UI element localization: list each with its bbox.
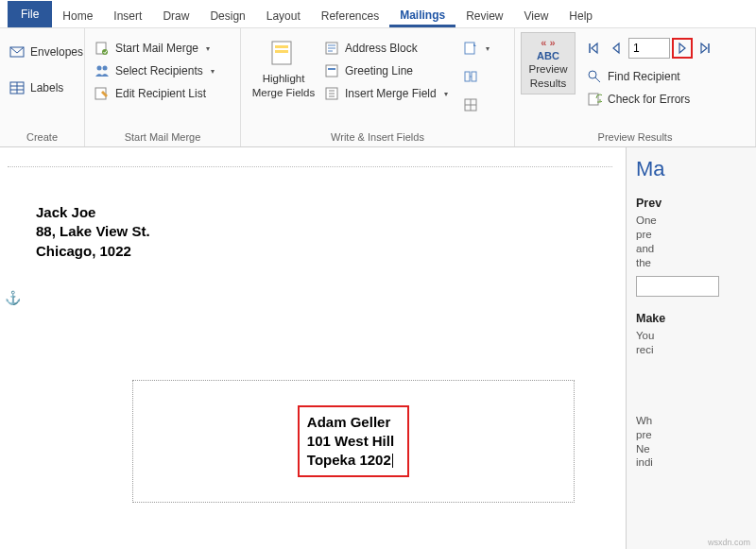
tab-references[interactable]: References bbox=[311, 4, 389, 27]
update-labels-icon bbox=[463, 97, 478, 112]
anchor-icon: ⚓ bbox=[5, 290, 21, 305]
ribbon-tabs: File Home Insert Draw Design Layout Refe… bbox=[0, 0, 756, 28]
tab-design[interactable]: Design bbox=[199, 4, 255, 27]
find-recipient-button[interactable]: Find Recipient bbox=[583, 66, 715, 87]
pane-text: You reci bbox=[636, 329, 748, 357]
record-navigation bbox=[583, 38, 715, 59]
last-record-button[interactable] bbox=[695, 38, 715, 59]
svg-line-31 bbox=[595, 77, 600, 82]
svg-rect-23 bbox=[465, 43, 474, 54]
svg-point-8 bbox=[103, 66, 108, 71]
envelopes-button[interactable]: Envelopes bbox=[6, 42, 87, 62]
labels-icon bbox=[9, 80, 25, 95]
pane-button[interactable] bbox=[636, 276, 719, 297]
prev-record-button[interactable] bbox=[606, 38, 627, 59]
edit-list-icon bbox=[94, 86, 110, 101]
sel-label: Select Recipients bbox=[115, 64, 203, 77]
insert-merge-field-button[interactable]: Insert Merge Field ▾ bbox=[320, 83, 452, 104]
group-create: Envelopes Labels Create bbox=[0, 28, 85, 146]
pane-title: Ma bbox=[636, 157, 748, 181]
chevron-down-icon: ▾ bbox=[206, 44, 210, 53]
ribbon: Envelopes Labels Create Start Mail M bbox=[0, 28, 756, 147]
pane-sub-make: Make bbox=[636, 312, 748, 325]
preview-icon: « » bbox=[541, 37, 555, 48]
pane-sub-preview: Prev bbox=[636, 197, 748, 210]
check-label: Check for Errors bbox=[608, 93, 690, 106]
preview-line2: Results bbox=[530, 77, 566, 90]
chevron-down-icon: ▾ bbox=[444, 90, 448, 98]
update-labels-button[interactable] bbox=[459, 94, 493, 115]
record-number-input[interactable] bbox=[628, 38, 670, 59]
select-recipients-button[interactable]: Select Recipients ▾ bbox=[91, 60, 218, 81]
rules-button[interactable]: ▾ bbox=[459, 38, 493, 59]
recipients-icon bbox=[94, 63, 110, 78]
tab-help[interactable]: Help bbox=[558, 4, 603, 27]
greet-label: Greeting Line bbox=[345, 64, 413, 77]
first-record-button[interactable] bbox=[583, 38, 604, 59]
check-icon bbox=[587, 92, 602, 107]
address-block-icon bbox=[324, 41, 339, 56]
group-create-label: Create bbox=[6, 129, 78, 145]
envelope: Jack Joe 88, Lake View St. Chicago, 1022… bbox=[8, 166, 612, 478]
return-address[interactable]: Jack Joe 88, Lake View St. Chicago, 1022 bbox=[36, 203, 584, 261]
chevron-down-icon: ▾ bbox=[486, 44, 490, 53]
tab-home[interactable]: Home bbox=[52, 4, 103, 27]
svg-rect-24 bbox=[465, 72, 470, 81]
search-icon bbox=[587, 69, 602, 84]
merge-name: Adam Geller bbox=[307, 413, 394, 432]
tab-layout[interactable]: Layout bbox=[256, 4, 311, 27]
svg-point-30 bbox=[589, 71, 596, 78]
mail-merge-task-pane: Ma Prev One pre and the Make You reci Wh… bbox=[626, 147, 756, 549]
recipient-address-highlight: Adam Geller 101 West Hill Topeka 1202 bbox=[298, 405, 409, 478]
addr-label: Address Block bbox=[345, 42, 418, 55]
greeting-icon bbox=[324, 63, 339, 78]
tab-draw[interactable]: Draw bbox=[152, 4, 199, 27]
group-start-label: Start Mail Merge bbox=[91, 129, 234, 145]
return-city: Chicago, 1022 bbox=[36, 242, 584, 261]
preview-line1: Preview bbox=[529, 63, 568, 76]
pane-text: One pre and the bbox=[636, 214, 748, 270]
insert-field-icon bbox=[324, 86, 339, 101]
preview-results-button[interactable]: « » ABC Preview Results bbox=[521, 32, 576, 94]
match-fields-button[interactable] bbox=[459, 66, 493, 87]
svg-rect-25 bbox=[472, 72, 476, 81]
tab-mailings[interactable]: Mailings bbox=[389, 3, 455, 27]
return-name: Jack Joe bbox=[36, 203, 584, 222]
tab-insert[interactable]: Insert bbox=[103, 4, 152, 27]
mail-merge-icon bbox=[94, 41, 110, 56]
imf-label: Insert Merge Field bbox=[345, 87, 437, 100]
highlight-line2: Merge Fields bbox=[252, 87, 315, 99]
tab-review[interactable]: Review bbox=[455, 4, 513, 27]
tab-view[interactable]: View bbox=[514, 4, 559, 27]
svg-rect-11 bbox=[275, 45, 288, 48]
match-fields-icon bbox=[463, 69, 478, 84]
highlight-icon bbox=[268, 38, 299, 71]
next-record-button[interactable] bbox=[672, 38, 693, 59]
watermark: wsxdn.com bbox=[708, 538, 750, 547]
check-errors-button[interactable]: Check for Errors bbox=[583, 89, 715, 110]
svg-rect-17 bbox=[326, 65, 337, 77]
text-cursor bbox=[392, 454, 393, 468]
group-start-mail-merge: Start Mail Merge ▾ Select Recipients ▾ E… bbox=[85, 28, 241, 146]
address-block-button[interactable]: Address Block bbox=[320, 38, 452, 59]
return-street: 88, Lake View St. bbox=[36, 222, 584, 241]
group-write-label: Write & Insert Fields bbox=[247, 129, 508, 145]
merge-street: 101 West Hill bbox=[307, 432, 394, 451]
chevron-down-icon: ▾ bbox=[211, 67, 215, 76]
find-label: Find Recipient bbox=[608, 70, 680, 83]
envelopes-label: Envelopes bbox=[30, 45, 83, 59]
start-mail-merge-button[interactable]: Start Mail Merge ▾ bbox=[91, 38, 218, 59]
document-canvas[interactable]: Jack Joe 88, Lake View St. Chicago, 1022… bbox=[0, 147, 626, 549]
labels-button[interactable]: Labels bbox=[6, 77, 87, 98]
svg-rect-32 bbox=[589, 94, 598, 105]
smm-label: Start Mail Merge bbox=[115, 42, 198, 55]
tab-file[interactable]: File bbox=[8, 1, 52, 27]
workarea: Jack Joe 88, Lake View St. Chicago, 1022… bbox=[0, 147, 756, 549]
pane-text: Wh pre Ne indi bbox=[636, 414, 748, 471]
greeting-line-button[interactable]: Greeting Line bbox=[320, 60, 452, 81]
recipient-address-frame[interactable]: Adam Geller 101 West Hill Topeka 1202 bbox=[132, 380, 575, 503]
edit-recipient-list-button[interactable]: Edit Recipient List bbox=[91, 83, 218, 104]
svg-rect-12 bbox=[275, 50, 288, 53]
envelope-icon bbox=[9, 44, 25, 60]
highlight-merge-fields-button[interactable]: Highlight Merge Fields bbox=[247, 32, 320, 103]
